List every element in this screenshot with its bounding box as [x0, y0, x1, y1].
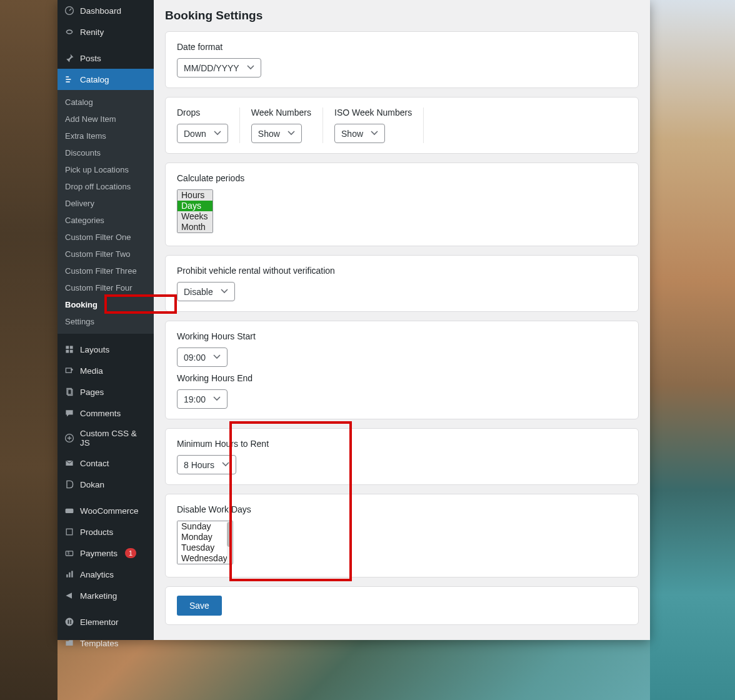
day-option-tuesday[interactable]: Tuesday [178, 542, 232, 553]
svg-rect-3 [66, 81, 69, 82]
admin-sidebar: DashboardRenityPostsCatalogCatalogAdd Ne… [58, 0, 154, 640]
admin-window: DashboardRenityPostsCatalogCatalogAdd Ne… [58, 0, 650, 640]
day-option-sunday[interactable]: Sunday [178, 521, 232, 532]
chevron-down-icon [246, 62, 256, 74]
layouts-icon [64, 344, 75, 355]
day-option-wednesday[interactable]: Wednesday [178, 553, 232, 564]
sidebar-item-label: Custom CSS & JS [80, 429, 148, 448]
select-value: Show [258, 129, 280, 139]
select-hours-start[interactable]: 09:00 [177, 348, 228, 367]
sidebar-item-payments[interactable]: $Payments1 [58, 542, 154, 564]
renity-icon [64, 26, 75, 38]
period-option-hours[interactable]: Hours [178, 190, 212, 201]
svg-rect-25 [70, 623, 71, 624]
sidebar-item-label: Comments [80, 409, 121, 418]
dokan-icon [64, 479, 75, 490]
select-hours-end[interactable]: 19:00 [177, 389, 228, 409]
card-actions: Save [165, 586, 639, 625]
sidebar-subitem-discounts[interactable]: Discounts [58, 144, 154, 161]
templates-icon [64, 638, 75, 649]
sidebar-subitem-settings[interactable]: Settings [58, 313, 154, 330]
sidebar-item-woocommerce[interactable]: WooCommerce [58, 500, 154, 521]
sidebar-item-dokan[interactable]: Dokan [58, 474, 154, 495]
sidebar-item-catalog[interactable]: Catalog [58, 69, 154, 90]
sidebar-item-products[interactable]: Products [58, 521, 154, 542]
sidebar-item-layouts[interactable]: Layouts [58, 339, 154, 360]
svg-rect-2 [66, 79, 71, 80]
wallpaper-left [0, 0, 58, 700]
period-option-weeks[interactable]: Weeks [178, 211, 212, 222]
sidebar-item-label: Layouts [80, 345, 109, 354]
scrollbar-thumb[interactable] [227, 522, 232, 547]
pin-icon [64, 52, 75, 64]
sidebar-subitem-custom-filter-three[interactable]: Custom Filter Three [58, 262, 154, 279]
sidebar-subitem-catalog[interactable]: Catalog [58, 94, 154, 111]
sidebar-item-label: Marketing [80, 591, 117, 601]
card-prohibit-verification: Prohibit vehicle rental without verifica… [165, 255, 639, 312]
svg-rect-6 [66, 350, 69, 353]
sidebar-item-label: Products [80, 528, 113, 537]
sidebar-item-templates[interactable]: Templates [58, 632, 154, 654]
sidebar-item-comments[interactable]: Comments [58, 402, 154, 424]
label-date-format: Date format [177, 42, 627, 52]
sidebar-item-label: Renity [80, 28, 104, 37]
chevron-down-icon [212, 393, 222, 405]
sidebar-subitem-delivery[interactable]: Delivery [58, 195, 154, 212]
svg-rect-19 [69, 572, 70, 578]
day-option-monday[interactable]: Monday [178, 532, 232, 542]
sidebar-subitem-custom-filter-one[interactable]: Custom Filter One [58, 229, 154, 246]
sidebar-item-elementor[interactable]: Elementor [58, 611, 154, 632]
sidebar-subitem-booking[interactable]: Booking [58, 296, 154, 313]
select-min-hours[interactable]: 8 Hours [177, 455, 236, 474]
chevron-down-icon [286, 128, 296, 139]
sidebar-item-label: Templates [80, 639, 119, 648]
sidebar-item-label: Media [80, 366, 103, 376]
scrollbar[interactable] [227, 522, 232, 563]
sidebar-subitem-drop-off-locations[interactable]: Drop off Locations [58, 178, 154, 195]
sidebar-item-contact[interactable]: Contact [58, 452, 154, 474]
select-date-format[interactable]: MM/DD/YYYY [177, 58, 261, 78]
label-iso-week-numbers: ISO Week Numbers [334, 108, 412, 118]
sidebar-item-pages[interactable]: Pages [58, 381, 154, 402]
label-calculate-periods: Calculate periods [177, 173, 627, 183]
select-week-numbers[interactable]: Show [251, 124, 302, 143]
select-iso-week-numbers[interactable]: Show [334, 124, 385, 143]
period-option-month[interactable]: Month [178, 222, 212, 232]
select-prohibit[interactable]: Disable [177, 282, 235, 301]
sidebar-item-label: WooCommerce [80, 506, 139, 516]
sidebar-subitem-custom-filter-four[interactable]: Custom Filter Four [58, 279, 154, 296]
wallpaper-right [650, 0, 735, 700]
sidebar-item-marketing[interactable]: Marketing [58, 585, 154, 606]
select-value: 8 Hours [184, 460, 214, 470]
listbox-disable-days[interactable]: SundayMondayTuesdayWednesday [177, 521, 233, 564]
sidebar-item-media[interactable]: Media [58, 360, 154, 381]
select-value: 19:00 [184, 394, 206, 404]
select-drops[interactable]: Down [177, 124, 228, 143]
sidebar-item-custom-css-js[interactable]: Custom CSS & JS [58, 424, 154, 452]
card-date-format: Date format MM/DD/YYYY [165, 31, 639, 88]
badge: 1 [125, 548, 136, 558]
card-working-hours: Working Hours Start 09:00 Working Hours … [165, 321, 639, 419]
save-button[interactable]: Save [177, 596, 222, 616]
sidebar-subitem-custom-filter-two[interactable]: Custom Filter Two [58, 246, 154, 262]
svg-rect-5 [70, 346, 73, 349]
sidebar-item-dashboard[interactable]: Dashboard [58, 0, 154, 21]
products-icon [64, 526, 75, 538]
plus-circle-icon [64, 432, 75, 444]
sidebar-subitem-categories[interactable]: Categories [58, 212, 154, 229]
svg-rect-8 [66, 368, 71, 372]
sidebar-item-posts[interactable]: Posts [58, 48, 154, 69]
card-disable-days: Disable Work Days SundayMondayTuesdayWed… [165, 494, 639, 578]
period-option-days[interactable]: Days [178, 201, 212, 211]
chevron-down-icon [212, 351, 222, 363]
sidebar-item-analytics[interactable]: Analytics [58, 564, 154, 585]
sidebar-item-renity[interactable]: Renity [58, 21, 154, 42]
sidebar-item-label: Analytics [80, 570, 114, 579]
sidebar-subitem-add-new-item[interactable]: Add New Item [58, 111, 154, 128]
svg-point-21 [66, 618, 74, 626]
svg-rect-15 [66, 529, 72, 535]
sidebar-item-label: Pages [80, 388, 104, 397]
listbox-calculate-periods[interactable]: HoursDaysWeeksMonth [177, 189, 213, 233]
sidebar-subitem-pick-up-locations[interactable]: Pick up Locations [58, 161, 154, 178]
sidebar-subitem-extra-items[interactable]: Extra Items [58, 128, 154, 144]
